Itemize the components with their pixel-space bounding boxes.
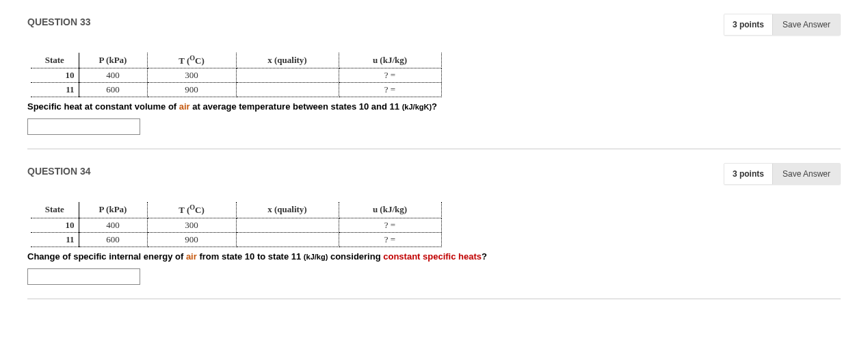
save-answer-button[interactable]: Save Answer [772,164,840,184]
question-body: State P (kPa) T (OC) x (quality) u (kJ/k… [27,53,841,135]
cell-p: 400 [79,68,147,83]
prompt-unit: (kJ/kgK) [402,103,432,111]
question-header: QUESTION 33 3 points Save Answer [27,14,841,36]
answer-input[interactable] [27,118,140,135]
question-34: QUESTION 34 3 points Save Answer State P… [27,163,841,299]
question-33: QUESTION 33 3 points Save Answer State P… [27,14,841,149]
cell-u: ? = [339,218,441,232]
state-table: State P (kPa) T (OC) x (quality) u (kJ/k… [31,202,442,246]
points-label: 3 points [724,164,772,184]
table-row: 11 600 900 ? = [31,232,441,246]
save-answer-button[interactable]: Save Answer [772,14,840,35]
points-box: 3 points Save Answer [724,163,841,185]
cell-t: 900 [147,232,236,246]
cell-x [236,83,339,97]
th-t-sup: O [189,203,195,211]
th-p: P (kPa) [79,202,147,218]
question-body: State P (kPa) T (OC) x (quality) u (kJ/k… [27,202,841,284]
cell-u: ? = [339,83,441,97]
cell-x [236,68,339,83]
th-x: x (quality) [236,202,339,218]
state-table: State P (kPa) T (OC) x (quality) u (kJ/k… [31,53,442,97]
cell-p: 600 [79,83,147,97]
th-t-pre: T ( [179,55,189,66]
cell-t: 300 [147,218,236,232]
th-t-post: C) [195,205,205,216]
th-state: State [31,53,79,68]
table-row: 11 600 900 ? = [31,83,441,97]
prompt-part: Change of specific internal energy of [27,251,186,262]
th-x: x (quality) [236,53,339,68]
cell-u: ? = [339,232,441,246]
th-t: T (OC) [147,53,236,68]
cell-state: 11 [31,83,79,97]
prompt-unit: (kJ/kg) [304,253,328,261]
prompt-part: from state 10 to state 11 [197,251,304,262]
prompt-accent-air: air [186,251,197,262]
prompt-part: at average temperature between states 10… [190,101,402,112]
cell-t: 900 [147,83,236,97]
cell-p: 400 [79,218,147,232]
th-t: T (OC) [147,202,236,218]
table-row: 10 400 300 ? = [31,218,441,232]
prompt-part: considering [328,251,383,262]
cell-x [236,218,339,232]
th-u: u (kJ/kg) [339,53,441,68]
points-label: 3 points [724,14,772,35]
prompt-text: Change of specific internal energy of ai… [27,251,841,262]
cell-state: 10 [31,218,79,232]
th-t-sup: O [189,54,195,62]
prompt-part: Specific heat at constant volume of [27,101,179,112]
cell-t: 300 [147,68,236,83]
prompt-text: Specific heat at constant volume of air … [27,101,841,112]
cell-p: 600 [79,232,147,246]
prompt-accent-air: air [179,101,190,112]
th-t-post: C) [195,55,205,66]
points-box: 3 points Save Answer [724,14,841,36]
cell-u: ? = [339,68,441,83]
prompt-part: ? [482,251,487,262]
question-header: QUESTION 34 3 points Save Answer [27,163,841,185]
th-u: u (kJ/kg) [339,202,441,218]
th-state: State [31,202,79,218]
cell-x [236,232,339,246]
prompt-accent-csh: constant specific heats [383,251,482,262]
th-p: P (kPa) [79,53,147,68]
th-t-pre: T ( [179,205,189,216]
question-number: QUESTION 34 [27,163,724,177]
answer-input[interactable] [27,268,140,285]
cell-state: 10 [31,68,79,83]
prompt-part: ? [432,101,437,112]
cell-state: 11 [31,232,79,246]
table-row: 10 400 300 ? = [31,68,441,83]
question-number: QUESTION 33 [27,14,724,27]
